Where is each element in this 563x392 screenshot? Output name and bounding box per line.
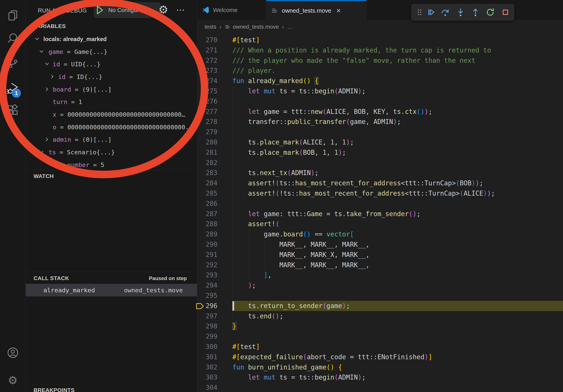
activity-account[interactable] [0,342,26,364]
line-number[interactable]: 297 [203,311,218,321]
activity-files[interactable] [0,4,26,26]
code-text[interactable]: #[test] [232,35,260,45]
debug-continue-button[interactable] [426,8,436,17]
gear-icon[interactable]: ⚙ [158,3,169,16]
line-number[interactable]: 299 [203,331,218,342]
line-number[interactable]: 272 [203,55,218,66]
chevron-right-icon[interactable] [50,74,55,79]
code-text[interactable]: assert!(ts::has_most_recent_for_address<… [232,178,483,188]
code-text[interactable]: MARK__, MARK__, MARK__, [232,239,370,250]
variable-row[interactable]: id = UID{...} [26,58,197,70]
code-text[interactable]: fun already_marked() { [232,76,319,86]
debug-config-dropdown[interactable]: No Configur [94,2,160,18]
debug-restart-button[interactable] [486,8,495,17]
code-editor[interactable]: 270#[test]271/// When a position is alre… [197,0,563,392]
line-number[interactable]: 276 [203,96,218,107]
variable-row[interactable]: game = Game{...} [26,46,197,58]
code-text[interactable]: ts.next_tx(ADMIN); [232,168,319,178]
line-number[interactable]: 301 [203,352,218,362]
code-text[interactable]: transfer::public_transfer(game, ADMIN); [232,117,401,127]
code-text[interactable]: ts.place_mark(BOB, 1, 1); [232,147,346,158]
debug-step-over-button[interactable] [440,8,450,17]
call-stack-frame[interactable]: already_marked owned_tests.move [26,284,197,297]
section-call-stack[interactable]: CALL STACK Paused on step [26,273,197,284]
code-text[interactable]: #[expected_failure(abort_code = ttt::ENo… [232,352,432,362]
variable-row[interactable]: board = (9)[...] [26,83,197,95]
chevron-down-icon[interactable] [39,149,44,155]
line-number[interactable]: 275 [203,86,218,96]
code-text[interactable]: fun burn_unfinished_game() { [232,362,342,372]
debug-stop-button[interactable] [501,8,510,17]
code-text[interactable]: MARK__, MARK__, MARK__, [232,260,370,270]
line-number[interactable]: 271 [203,45,218,55]
debug-step-out-button[interactable] [471,8,480,17]
code-text[interactable]: ], [232,270,272,280]
code-text[interactable]: let mut ts = ts::begin(ADMIN); [232,86,366,96]
line-number[interactable]: 280 [203,137,218,147]
activity-extensions[interactable] [0,99,26,121]
chevron-right-icon[interactable] [44,137,50,142]
activity-source-control[interactable] [0,52,26,74]
variable-row[interactable]: ts = Scenario{...} [26,146,197,158]
line-number[interactable]: 300 [203,342,218,352]
code-text[interactable]: ts.return_to_sender(game); [232,301,350,311]
line-number[interactable]: 279 [203,127,218,137]
debug-step-into-button[interactable] [456,8,465,17]
chevron-down-icon[interactable] [44,61,50,66]
variable-row[interactable]: x = 0000000000000000000000000000000… [26,108,197,121]
variable-row[interactable]: id = ID{...} [26,71,197,83]
variable-scope-row[interactable]: locals: already_marked [26,33,197,45]
activity-settings-gear[interactable]: ⚙ [0,369,26,392]
line-number[interactable]: 284 [203,178,218,188]
code-text[interactable]: let game: ttt::Game = ts.take_from_sende… [232,209,421,219]
line-number[interactable]: 278 [203,117,218,127]
variable-row[interactable]: turn = 1 [26,96,197,108]
code-text[interactable]: #[test] [232,342,260,352]
variable-row[interactable]: admin = (0)[...] [26,133,197,146]
code-text[interactable]: assert!( [232,219,279,229]
code-text[interactable]: let mut ts = ts::begin(ADMIN); [232,372,366,382]
section-watch[interactable]: WATCH [26,170,197,182]
more-actions-icon[interactable]: ⋯ [175,3,186,16]
code-text[interactable]: /// player. [232,65,276,76]
code-text[interactable]: /// the player who made the "false" move… [232,55,475,66]
line-number[interactable]: 294 [203,280,218,290]
section-breakpoints[interactable]: BREAKPOINTS [26,384,197,392]
chevron-down-icon[interactable] [39,49,44,54]
line-number[interactable]: 295 [203,290,218,301]
line-number[interactable]: 283 [203,168,218,178]
line-number[interactable]: 298 [203,321,218,331]
activity-debug-alt[interactable]: 1 [0,77,26,99]
line-number[interactable]: 303 [203,372,218,382]
code-text[interactable]: } [232,321,236,331]
line-number[interactable]: 293 [203,270,218,280]
variable-row[interactable]: o = 00000000000000000000000000000000. [26,121,197,133]
line-number[interactable]: 277 [203,107,218,117]
line-number[interactable]: 273 [203,65,218,76]
line-number[interactable]: 274 [203,76,218,86]
code-text[interactable]: MARK__, MARK_X, MARK__, [232,250,370,260]
line-number[interactable]: 285 [203,188,218,198]
code-text[interactable]: ts.place_mark(ALICE, 1, 1); [232,137,354,147]
start-debugging-icon[interactable] [94,5,105,16]
line-number[interactable]: 291 [203,250,218,260]
code-text[interactable]: ts.end(); [232,311,283,321]
line-number[interactable]: 282 [203,158,218,168]
line-number[interactable]: 302 [203,362,218,372]
line-number[interactable]: 281 [203,147,218,158]
code-text[interactable]: let game = ttt::new(ALICE, BOB, KEY, ts.… [232,107,432,117]
line-number[interactable]: 290 [203,239,218,250]
line-number[interactable]: 304 [203,382,218,392]
line-number[interactable]: 289 [203,229,218,239]
line-number[interactable]: 286 [203,198,218,209]
line-number[interactable]: 296 [203,301,218,311]
variable-row[interactable]: txn_number = 5 [26,159,197,171]
line-number[interactable]: 270 [203,35,218,45]
activity-search[interactable] [0,27,26,49]
code-text[interactable]: ); [232,280,256,290]
code-text[interactable]: assert!(!ts::has_most_recent_for_address… [232,188,495,198]
line-number[interactable]: 287 [203,209,218,219]
chevron-right-icon[interactable] [44,87,50,92]
line-number[interactable]: 288 [203,219,218,229]
chevron-down-icon[interactable] [35,36,40,41]
